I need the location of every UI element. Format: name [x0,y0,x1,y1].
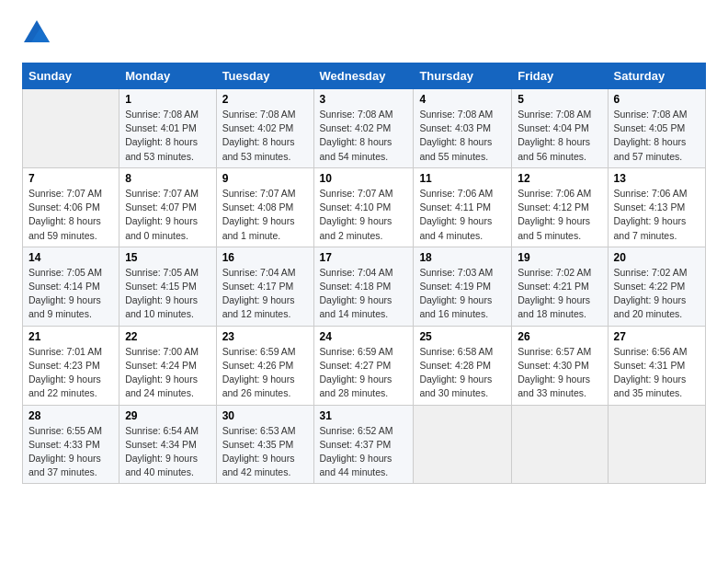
day-info: Sunrise: 7:05 AM Sunset: 4:15 PM Dayligh… [125,266,210,322]
calendar-cell: 16Sunrise: 7:04 AM Sunset: 4:17 PM Dayli… [216,247,313,326]
calendar-cell: 28Sunrise: 6:55 AM Sunset: 4:33 PM Dayli… [23,405,119,484]
calendar-cell: 4Sunrise: 7:08 AM Sunset: 4:03 PM Daylig… [414,89,512,168]
day-info: Sunrise: 7:08 AM Sunset: 4:04 PM Dayligh… [518,108,601,164]
day-info: Sunrise: 7:06 AM Sunset: 4:13 PM Dayligh… [614,187,700,243]
calendar-cell: 20Sunrise: 7:02 AM Sunset: 4:22 PM Dayli… [608,247,706,326]
calendar-cell: 25Sunrise: 6:58 AM Sunset: 4:28 PM Dayli… [414,326,512,405]
day-number: 31 [320,409,408,422]
calendar-cell: 21Sunrise: 7:01 AM Sunset: 4:23 PM Dayli… [23,326,119,405]
day-info: Sunrise: 7:07 AM Sunset: 4:06 PM Dayligh… [28,187,113,243]
calendar-cell: 1Sunrise: 7:08 AM Sunset: 4:01 PM Daylig… [119,89,216,168]
day-number: 6 [614,93,700,106]
calendar-cell: 22Sunrise: 7:00 AM Sunset: 4:24 PM Dayli… [119,326,216,405]
day-number: 1 [125,93,210,106]
day-number: 8 [125,172,210,185]
day-number: 17 [320,251,408,264]
calendar-body: 1Sunrise: 7:08 AM Sunset: 4:01 PM Daylig… [23,89,706,484]
calendar-week-row: 14Sunrise: 7:05 AM Sunset: 4:14 PM Dayli… [23,247,706,326]
calendar-cell: 14Sunrise: 7:05 AM Sunset: 4:14 PM Dayli… [23,247,119,326]
day-info: Sunrise: 6:54 AM Sunset: 4:34 PM Dayligh… [125,424,210,480]
calendar-week-row: 7Sunrise: 7:07 AM Sunset: 4:06 PM Daylig… [23,167,706,247]
calendar-cell: 24Sunrise: 6:59 AM Sunset: 4:27 PM Dayli… [313,326,414,405]
day-info: Sunrise: 6:59 AM Sunset: 4:27 PM Dayligh… [320,345,408,401]
day-info: Sunrise: 7:08 AM Sunset: 4:03 PM Dayligh… [419,108,506,164]
calendar-cell: 3Sunrise: 7:08 AM Sunset: 4:02 PM Daylig… [313,89,414,168]
day-info: Sunrise: 7:02 AM Sunset: 4:21 PM Dayligh… [518,266,601,322]
day-number: 30 [222,409,308,422]
calendar-cell: 2Sunrise: 7:08 AM Sunset: 4:02 PM Daylig… [216,89,313,168]
day-info: Sunrise: 6:53 AM Sunset: 4:35 PM Dayligh… [222,424,308,480]
day-info: Sunrise: 7:08 AM Sunset: 4:05 PM Dayligh… [614,108,700,164]
day-info: Sunrise: 6:55 AM Sunset: 4:33 PM Dayligh… [28,424,113,480]
day-info: Sunrise: 7:05 AM Sunset: 4:14 PM Dayligh… [28,266,113,322]
calendar-cell: 19Sunrise: 7:02 AM Sunset: 4:21 PM Dayli… [512,247,608,326]
calendar-cell: 6Sunrise: 7:08 AM Sunset: 4:05 PM Daylig… [608,89,706,168]
calendar-cell: 11Sunrise: 7:06 AM Sunset: 4:11 PM Dayli… [414,167,512,247]
calendar-cell: 7Sunrise: 7:07 AM Sunset: 4:06 PM Daylig… [23,167,119,247]
day-number: 16 [222,251,308,264]
day-number: 27 [614,330,700,343]
logo [22,18,57,48]
calendar-cell [414,405,512,484]
day-number: 21 [28,330,113,343]
day-number: 9 [222,172,308,185]
day-info: Sunrise: 6:56 AM Sunset: 4:31 PM Dayligh… [614,345,700,401]
calendar-cell [608,405,706,484]
day-info: Sunrise: 7:08 AM Sunset: 4:02 PM Dayligh… [222,108,308,164]
day-number: 22 [125,330,210,343]
day-number: 24 [320,330,408,343]
day-number: 13 [614,172,700,185]
calendar-cell: 8Sunrise: 7:07 AM Sunset: 4:07 PM Daylig… [119,167,216,247]
day-number: 19 [518,251,601,264]
day-info: Sunrise: 7:00 AM Sunset: 4:24 PM Dayligh… [125,345,210,401]
day-number: 2 [222,93,308,106]
day-info: Sunrise: 7:07 AM Sunset: 4:10 PM Dayligh… [320,187,408,243]
calendar-cell [23,89,119,168]
day-header: Friday [512,63,608,89]
calendar-cell: 30Sunrise: 6:53 AM Sunset: 4:35 PM Dayli… [216,405,313,484]
calendar-header: SundayMondayTuesdayWednesdayThursdayFrid… [23,63,706,89]
calendar-cell: 23Sunrise: 6:59 AM Sunset: 4:26 PM Dayli… [216,326,313,405]
day-number: 12 [518,172,601,185]
calendar-week-row: 1Sunrise: 7:08 AM Sunset: 4:01 PM Daylig… [23,89,706,168]
day-info: Sunrise: 7:06 AM Sunset: 4:12 PM Dayligh… [518,187,601,243]
calendar-cell: 18Sunrise: 7:03 AM Sunset: 4:19 PM Dayli… [414,247,512,326]
day-number: 29 [125,409,210,422]
day-number: 23 [222,330,308,343]
day-header: Sunday [23,63,119,89]
day-info: Sunrise: 6:57 AM Sunset: 4:30 PM Dayligh… [518,345,601,401]
calendar-cell: 5Sunrise: 7:08 AM Sunset: 4:04 PM Daylig… [512,89,608,168]
day-info: Sunrise: 6:59 AM Sunset: 4:26 PM Dayligh… [222,345,308,401]
calendar-table: SundayMondayTuesdayWednesdayThursdayFrid… [22,63,706,484]
day-info: Sunrise: 6:52 AM Sunset: 4:37 PM Dayligh… [320,424,408,480]
day-header: Wednesday [313,63,414,89]
day-info: Sunrise: 7:07 AM Sunset: 4:08 PM Dayligh… [222,187,308,243]
day-number: 15 [125,251,210,264]
calendar-week-row: 28Sunrise: 6:55 AM Sunset: 4:33 PM Dayli… [23,405,706,484]
day-number: 18 [419,251,506,264]
day-info: Sunrise: 7:06 AM Sunset: 4:11 PM Dayligh… [419,187,506,243]
calendar-week-row: 21Sunrise: 7:01 AM Sunset: 4:23 PM Dayli… [23,326,706,405]
day-number: 28 [28,409,113,422]
calendar-cell: 13Sunrise: 7:06 AM Sunset: 4:13 PM Dayli… [608,167,706,247]
day-number: 14 [28,251,113,264]
calendar-cell: 26Sunrise: 6:57 AM Sunset: 4:30 PM Dayli… [512,326,608,405]
day-number: 3 [320,93,408,106]
day-info: Sunrise: 7:04 AM Sunset: 4:18 PM Dayligh… [320,266,408,322]
day-info: Sunrise: 7:08 AM Sunset: 4:02 PM Dayligh… [320,108,408,164]
day-number: 25 [419,330,506,343]
day-header: Thursday [414,63,512,89]
day-number: 20 [614,251,700,264]
calendar-cell: 9Sunrise: 7:07 AM Sunset: 4:08 PM Daylig… [216,167,313,247]
day-number: 26 [518,330,601,343]
calendar-cell: 17Sunrise: 7:04 AM Sunset: 4:18 PM Dayli… [313,247,414,326]
day-number: 4 [419,93,506,106]
day-number: 11 [419,172,506,185]
calendar-cell [512,405,608,484]
calendar-cell: 27Sunrise: 6:56 AM Sunset: 4:31 PM Dayli… [608,326,706,405]
calendar-cell: 31Sunrise: 6:52 AM Sunset: 4:37 PM Dayli… [313,405,414,484]
day-header: Tuesday [216,63,313,89]
day-number: 5 [518,93,601,106]
day-info: Sunrise: 7:08 AM Sunset: 4:01 PM Dayligh… [125,108,210,164]
day-info: Sunrise: 6:58 AM Sunset: 4:28 PM Dayligh… [419,345,506,401]
